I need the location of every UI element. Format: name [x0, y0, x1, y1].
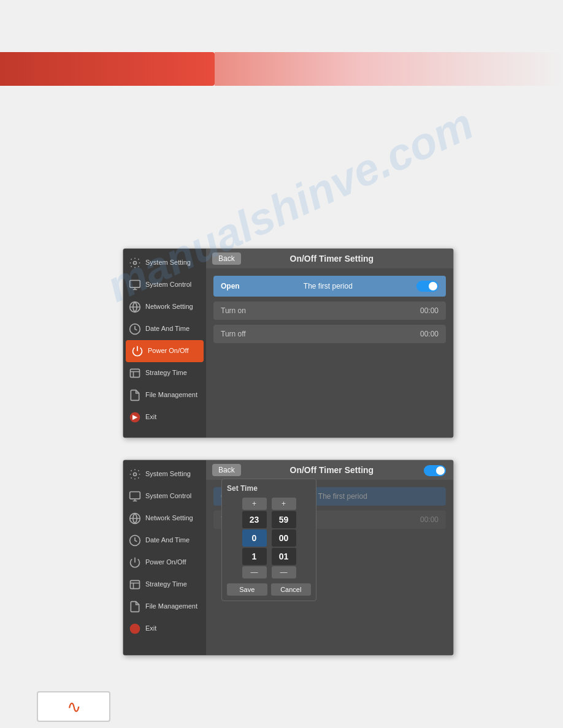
sidebar-label-system-control: System Control: [145, 281, 191, 289]
sidebar2-item-power-onoff[interactable]: Power On/Off: [123, 552, 206, 574]
sidebar-label-exit: Exit: [145, 413, 156, 421]
minutes-prev: 59: [272, 511, 296, 528]
hours-current[interactable]: 0: [242, 529, 267, 547]
turn-on-value-2: 00:00: [420, 515, 439, 524]
sidebar2-item-date-time[interactable]: Date And Time: [123, 529, 206, 552]
title-bar-2: Back On/Off Timer Setting: [206, 460, 453, 480]
toggle-switch-2[interactable]: [424, 465, 446, 476]
svg-rect-11: [131, 580, 140, 588]
svg-rect-8: [130, 492, 140, 499]
sidebar-label-strategy-time: Strategy Time: [145, 369, 187, 377]
gear-icon-2: [128, 468, 142, 481]
globe-icon-2: [128, 512, 142, 525]
sidebar-item-exit[interactable]: ▶ Exit: [123, 406, 206, 428]
hours-minus-button[interactable]: —: [242, 566, 267, 578]
svg-rect-1: [130, 281, 140, 288]
page-title-1: On/Off Timer Setting: [247, 254, 447, 264]
sidebar-item-date-time[interactable]: Date And Time: [123, 318, 206, 340]
turn-off-label: Turn off: [221, 330, 413, 338]
minutes-next: 01: [272, 548, 296, 565]
sidebar2-item-network-setting[interactable]: Network Setting: [123, 507, 206, 529]
sidebar2-item-system-setting[interactable]: System Setting: [123, 463, 206, 485]
sidebar-label-date-time: Date And Time: [145, 325, 190, 333]
gear-icon: [128, 256, 142, 270]
sidebar-label-network-setting: Network Setting: [145, 303, 193, 311]
sidebar-item-file-management[interactable]: File Management: [123, 384, 206, 406]
exit-icon-2: [128, 622, 142, 635]
period-name: The first period: [247, 282, 409, 290]
cancel-button[interactable]: Cancel: [271, 583, 312, 596]
top-header: [0, 52, 563, 86]
sidebar2-item-exit[interactable]: Exit: [123, 618, 206, 640]
bottom-logo: ∿: [37, 691, 110, 722]
sidebar2-label-power-onoff: Power On/Off: [145, 558, 186, 566]
dialog-title: Set Time: [227, 484, 311, 493]
dialog-buttons: Save Cancel: [227, 583, 311, 596]
minutes-column: + 59 00 01 —: [272, 498, 296, 578]
svg-point-7: [134, 473, 137, 476]
screenshot-1: System Setting System Control Network Se…: [123, 248, 454, 438]
sidebar2-item-strategy-time[interactable]: Strategy Time: [123, 574, 206, 596]
monitor-icon: [128, 278, 142, 292]
save-button[interactable]: Save: [227, 583, 267, 596]
logo-wave-symbol: ∿: [67, 697, 81, 717]
hours-plus-button[interactable]: +: [242, 498, 267, 510]
svg-point-12: [130, 624, 140, 634]
turn-on-label: Turn on: [221, 306, 413, 315]
sidebar2-label-system-setting: System Setting: [145, 470, 191, 478]
sidebar-item-system-setting[interactable]: System Setting: [123, 252, 206, 274]
title-bar-1: Back On/Off Timer Setting: [206, 249, 453, 268]
main-content-2: Back On/Off Timer Setting Open The first…: [206, 460, 453, 655]
power-icon-2: [128, 556, 142, 569]
globe-icon: [128, 300, 142, 314]
turn-off-row: Turn off 00:00: [213, 325, 446, 343]
header-gradient: [215, 52, 563, 86]
sidebar2-label-strategy-time: Strategy Time: [145, 580, 187, 588]
minutes-current[interactable]: 00: [272, 529, 296, 547]
sidebar2-label-system-control: System Control: [145, 492, 191, 500]
svg-rect-4: [131, 369, 140, 377]
clock-icon: [128, 322, 142, 336]
sidebar-label-power-onoff: Power On/Off: [148, 347, 188, 355]
sidebar2-item-system-control[interactable]: System Control: [123, 485, 206, 507]
turn-off-value: 00:00: [420, 330, 439, 338]
sidebar-2: System Setting System Control Network Se…: [123, 460, 206, 655]
sidebar-label-file-management: File Management: [145, 391, 197, 399]
sidebar-item-network-setting[interactable]: Network Setting: [123, 296, 206, 318]
period-row: Open The first period: [213, 276, 446, 297]
minutes-minus-button[interactable]: —: [272, 566, 296, 578]
sidebar2-label-date-time: Date And Time: [145, 536, 190, 544]
sidebar2-item-file-management[interactable]: File Management: [123, 596, 206, 618]
file-icon: [128, 389, 142, 402]
sidebar-label-system-setting: System Setting: [145, 259, 191, 267]
turn-on-row: Turn on 00:00: [213, 301, 446, 320]
sidebar-item-system-control[interactable]: System Control: [123, 274, 206, 296]
minutes-plus-button[interactable]: +: [272, 498, 296, 510]
sidebar2-label-file-management: File Management: [145, 602, 197, 610]
content-panel-1: Open The first period Turn on 00:00 Turn…: [206, 268, 453, 438]
svg-point-0: [134, 262, 137, 265]
file-icon-2: [128, 600, 142, 613]
main-content-1: Back On/Off Timer Setting Open The first…: [206, 249, 453, 438]
header-red-bar: [0, 52, 215, 86]
monitor-icon-2: [128, 490, 142, 503]
back-button-1[interactable]: Back: [212, 252, 241, 265]
clock-icon-2: [128, 534, 142, 547]
power-icon: [131, 344, 144, 358]
strategy-icon: [128, 366, 142, 380]
sidebar-item-power-onoff[interactable]: Power On/Off: [126, 340, 204, 362]
set-time-dialog: Set Time + 23 0 1 — + 59 00: [221, 479, 316, 601]
sidebar-item-strategy-time[interactable]: Strategy Time: [123, 362, 206, 384]
exit-icon: ▶: [128, 411, 142, 424]
svg-text:▶: ▶: [132, 414, 138, 420]
page-title-2: On/Off Timer Setting: [247, 465, 447, 475]
toggle-switch[interactable]: [416, 281, 439, 292]
sidebar2-label-exit: Exit: [145, 624, 156, 632]
time-picker: + 23 0 1 — + 59 00 01 —: [227, 498, 311, 578]
back-button-2[interactable]: Back: [212, 464, 241, 476]
strategy-icon-2: [128, 578, 142, 591]
sidebar-1: System Setting System Control Network Se…: [123, 249, 206, 438]
open-label: Open: [221, 282, 240, 290]
hours-next: 1: [242, 548, 267, 565]
screenshot-2: System Setting System Control Network Se…: [123, 460, 454, 656]
